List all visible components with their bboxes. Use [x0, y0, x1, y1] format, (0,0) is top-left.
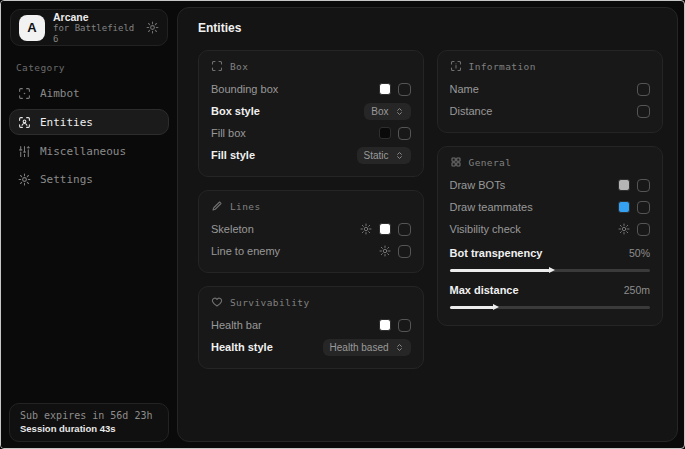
setting-row: Health bar — [211, 314, 411, 336]
line-to-enemy-options-gear-icon[interactable] — [379, 245, 391, 257]
slider-thumb[interactable] — [549, 267, 555, 273]
bot-transparency-slider-group: Bot transpenency 50% — [450, 243, 650, 272]
sidebar-item-entities[interactable]: Entities — [9, 109, 169, 135]
visibility-check-checkbox[interactable] — [637, 223, 650, 236]
setting-label: Bot transpenency — [450, 247, 543, 259]
setting-row: Draw teammates — [450, 196, 650, 218]
chevron-up-down-icon — [395, 107, 404, 116]
color-swatch[interactable] — [379, 127, 391, 139]
draw-bots-checkbox[interactable] — [637, 179, 650, 192]
sidebar-item-label: Entities — [40, 116, 93, 129]
color-swatch[interactable] — [618, 201, 630, 213]
color-swatch[interactable] — [379, 83, 391, 95]
setting-row: Line to enemy — [211, 240, 411, 262]
bot-transparency-slider[interactable] — [450, 269, 650, 272]
avatar: A — [19, 15, 45, 41]
setting-row: Box style Box — [211, 100, 411, 122]
setting-label: Line to enemy — [211, 245, 280, 257]
setting-row: Bounding box — [211, 78, 411, 100]
skeleton-checkbox[interactable] — [398, 223, 411, 236]
setting-label: Health bar — [211, 319, 262, 331]
sub-expiry-text: Sub expires in 56d 23h — [20, 410, 158, 421]
general-card: General Draw BOTs Draw teammates — [437, 146, 663, 326]
setting-label: Fill style — [211, 149, 255, 161]
slider-value: 250m — [624, 284, 650, 296]
pencil-icon — [211, 200, 223, 212]
page-title: Entities — [198, 21, 663, 35]
chevron-up-down-icon — [395, 343, 404, 352]
max-distance-slider[interactable] — [450, 306, 650, 309]
setting-row: Name — [450, 78, 650, 100]
setting-label: Draw BOTs — [450, 179, 506, 191]
fill-style-dropdown[interactable]: Static — [357, 147, 411, 164]
crosshair-icon — [18, 87, 31, 100]
distance-checkbox[interactable] — [637, 105, 650, 118]
sidebar-item-settings[interactable]: Settings — [9, 167, 169, 191]
skeleton-options-gear-icon[interactable] — [360, 223, 372, 235]
app-title: Arcane — [53, 11, 138, 23]
sidebar-item-label: Miscellaneous — [40, 145, 126, 158]
entities-scan-icon — [18, 116, 31, 129]
setting-label: Max distance — [450, 284, 519, 296]
section-title: Box — [230, 61, 248, 72]
color-swatch[interactable] — [618, 179, 630, 191]
category-label: Category — [16, 62, 177, 73]
lines-card: Lines Skeleton — [198, 190, 424, 273]
visibility-options-gear-icon[interactable] — [618, 223, 630, 235]
heart-icon — [211, 296, 223, 308]
setting-row: Fill style Static — [211, 144, 411, 166]
sliders-icon — [18, 145, 31, 158]
setting-label: Bounding box — [211, 83, 278, 95]
survivability-card: Survivability Health bar Health style He… — [198, 286, 424, 369]
grid-icon — [450, 156, 462, 168]
health-bar-checkbox[interactable] — [398, 319, 411, 332]
slider-thumb[interactable] — [493, 304, 499, 310]
name-checkbox[interactable] — [637, 83, 650, 96]
setting-label: Health style — [211, 341, 273, 353]
box-style-dropdown[interactable]: Box — [364, 103, 410, 120]
setting-label: Draw teammates — [450, 201, 533, 213]
dropdown-value: Health based — [330, 342, 389, 353]
section-title: Survivability — [230, 297, 310, 308]
app-window: A Arcane for Battlefield 6 Category — [0, 0, 685, 449]
setting-row: Skeleton — [211, 218, 411, 240]
app-subtitle: for Battlefield 6 — [53, 23, 138, 44]
color-swatch[interactable] — [379, 319, 391, 331]
information-card: Information Name Distance — [437, 50, 663, 133]
setting-row: Fill box — [211, 122, 411, 144]
max-distance-slider-group: Max distance 250m — [450, 280, 650, 309]
box-corners-icon — [211, 60, 223, 72]
setting-row: Distance — [450, 100, 650, 122]
draw-teammates-checkbox[interactable] — [637, 201, 650, 214]
setting-label: Fill box — [211, 127, 246, 139]
setting-label: Visibility check — [450, 223, 521, 235]
slider-value: 50% — [629, 247, 650, 259]
setting-label: Distance — [450, 105, 493, 117]
profile-settings-icon[interactable] — [146, 21, 159, 34]
profile-card[interactable]: A Arcane for Battlefield 6 — [10, 9, 168, 46]
setting-label: Skeleton — [211, 223, 254, 235]
health-style-dropdown[interactable]: Health based — [323, 339, 411, 356]
setting-label: Box style — [211, 105, 260, 117]
sidebar-item-aimbot[interactable]: Aimbot — [9, 81, 169, 105]
line-to-enemy-checkbox[interactable] — [398, 245, 411, 258]
setting-row: Draw BOTs — [450, 174, 650, 196]
setting-label: Name — [450, 83, 479, 95]
sidebar: A Arcane for Battlefield 6 Category — [1, 1, 177, 448]
section-title: Information — [469, 61, 536, 72]
subscription-card: Sub expires in 56d 23h Session duration … — [9, 403, 169, 442]
sidebar-item-miscellaneous[interactable]: Miscellaneous — [9, 139, 169, 163]
bounding-box-checkbox[interactable] — [398, 83, 411, 96]
fill-box-checkbox[interactable] — [398, 127, 411, 140]
section-title: General — [469, 157, 512, 168]
section-title: Lines — [230, 201, 261, 212]
chevron-up-down-icon — [395, 151, 404, 160]
info-scan-icon — [450, 60, 462, 72]
sidebar-nav: Aimbot Entities — [1, 81, 177, 191]
sidebar-item-label: Aimbot — [40, 87, 80, 100]
session-duration-text: Session duration 43s — [20, 423, 158, 434]
color-swatch[interactable] — [379, 223, 391, 235]
dropdown-value: Box — [371, 106, 388, 117]
box-card: Box Bounding box Box style Box — [198, 50, 424, 177]
gear-icon — [18, 173, 31, 186]
